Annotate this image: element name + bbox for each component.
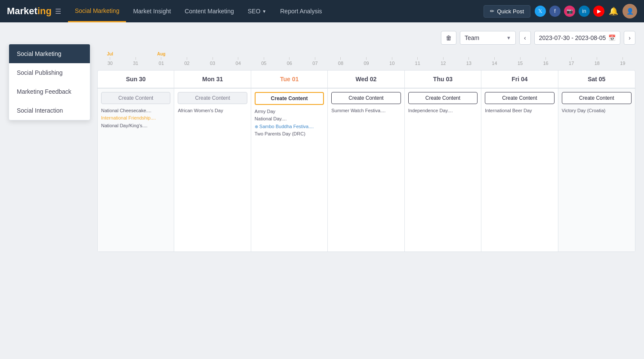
event-item: Independence Day.... (408, 107, 478, 114)
cal-cell-sat05: Create ContentVictory Day (Croatia) (558, 88, 635, 252)
create-content-btn-sat05[interactable]: Create Content (562, 92, 632, 104)
create-content-btn-thu03[interactable]: Create Content (408, 92, 478, 104)
logo[interactable]: Marketing (7, 6, 52, 17)
create-content-btn-wed02[interactable]: Create Content (331, 92, 401, 104)
main-content: Social Marketing Social Publishing Marke… (0, 22, 644, 261)
cal-header-mon31: Mon 31 (174, 71, 251, 88)
timeline-date-31: 31 (123, 57, 149, 66)
timeline-date-05: 05 (251, 57, 277, 66)
timeline-date-10: 10 (379, 57, 405, 66)
event-item: Victory Day (Croatia) (562, 107, 632, 114)
event-item: Two Parents Day (DRC) (255, 131, 324, 137)
calendar-body-row: Create ContentNational Cheesecake....Int… (98, 88, 635, 252)
event-item: African Women's Day (178, 107, 247, 114)
quick-post-button[interactable]: ✏ Quick Post (484, 5, 530, 18)
timeline-row: 3031010203040506070809101112131415161718… (97, 52, 635, 68)
logo-accent: ing (37, 6, 52, 16)
create-content-btn-fri04[interactable]: Create Content (485, 92, 554, 104)
calendar-toolbar: 🗑 Team ▼ ‹ 2023-07-30 - 2023-08-05 📅 › (97, 31, 635, 45)
nav-seo[interactable]: SEO ▼ (241, 0, 273, 22)
cal-header-sat05: Sat 05 (558, 71, 635, 88)
create-content-btn-tue01[interactable]: Create Content (255, 92, 324, 105)
hamburger-icon[interactable]: ☰ (55, 7, 61, 15)
timeline-date-01: 01 (148, 52, 174, 66)
cal-header-wed02: Wed 02 (328, 71, 404, 88)
event-item: International Friendship.... (101, 115, 170, 121)
team-dropdown-arrow: ▼ (506, 35, 511, 40)
next-period-button[interactable]: › (624, 31, 635, 45)
nav-right: ✏ Quick Post 𝕏 f 📷 in ▶ 🔔 👤 (484, 4, 637, 18)
timeline-date-06: 06 (277, 57, 302, 66)
nav-report-analysis[interactable]: Report Analysis (273, 0, 329, 22)
prev-period-button[interactable]: ‹ (519, 31, 531, 45)
twitter-icon[interactable]: 𝕏 (535, 6, 546, 17)
create-content-btn-sun30[interactable]: Create Content (101, 92, 170, 104)
cal-cell-tue01: Create ContentArmy DayNational Day....⊕S… (251, 88, 328, 252)
logo-text: Marketing (7, 6, 52, 17)
dropdown-item-social-interaction[interactable]: Social Interaction (9, 101, 90, 120)
event-item: Summer Watch Festiva.... (331, 107, 401, 114)
cal-cell-fri04: Create ContentInternational Beer Day (481, 88, 558, 252)
timeline-date-08: 08 (328, 57, 354, 66)
timeline-date-16: 16 (533, 57, 559, 66)
timeline-date-04: 04 (225, 57, 251, 66)
timeline-date-12: 12 (431, 57, 456, 66)
instagram-icon[interactable]: 📷 (564, 6, 575, 17)
cal-header-fri04: Fri 04 (481, 71, 558, 88)
social-icons-group: 𝕏 f 📷 in ▶ (535, 6, 604, 17)
timeline-date-19: 19 (610, 57, 635, 66)
cal-header-sun30: Sun 30 (98, 71, 174, 88)
timeline-date-03: 03 (200, 57, 225, 66)
timeline-date-14: 14 (482, 57, 508, 66)
dropdown-item-marketing-feedback[interactable]: Marketing Feedback (9, 82, 90, 101)
cal-cell-sun30: Create ContentNational Cheesecake....Int… (98, 88, 174, 252)
event-item: International Beer Day (485, 107, 554, 114)
cal-header-thu03: Thu 03 (405, 71, 481, 88)
calendar-icon: 📅 (608, 34, 616, 41)
facebook-icon[interactable]: f (549, 6, 561, 17)
create-content-btn-mon31[interactable]: Create Content (178, 92, 247, 104)
top-navigation: Marketing ☰ Social Marketing Market Insi… (0, 0, 644, 22)
event-item: ⊕Sambo Buddha Festiva.... (255, 123, 324, 129)
nav-market-insight[interactable]: Market Insight (126, 0, 178, 22)
calendar-grid: Sun 30Mon 31Tue 01Wed 02Thu 03Fri 04Sat … (97, 70, 635, 252)
cal-header-tue01: Tue 01 (251, 71, 328, 88)
timeline-date-07: 07 (302, 57, 328, 66)
cal-cell-thu03: Create ContentIndependence Day.... (405, 88, 481, 252)
timeline-date-02: 02 (174, 57, 200, 66)
timeline-date-18: 18 (584, 57, 610, 66)
calendar-header-row: Sun 30Mon 31Tue 01Wed 02Thu 03Fri 04Sat … (98, 71, 635, 88)
timeline-date-30: 30 (97, 52, 123, 66)
calendar-area: 🗑 Team ▼ ‹ 2023-07-30 - 2023-08-05 📅 › 3… (97, 31, 635, 252)
timeline-date-13: 13 (456, 57, 482, 66)
linkedin-icon[interactable]: in (579, 6, 590, 17)
timeline-date-15: 15 (507, 57, 533, 66)
trash-button[interactable]: 🗑 (441, 31, 456, 45)
timeline-date-09: 09 (354, 57, 379, 66)
notification-bell-icon[interactable]: 🔔 (609, 6, 618, 16)
cal-cell-mon31: Create ContentAfrican Women's Day (174, 88, 251, 252)
social-marketing-dropdown: Social Marketing Social Publishing Marke… (9, 44, 90, 120)
edit-icon: ✏ (490, 8, 494, 14)
event-icon: ⊕ (255, 124, 258, 129)
dropdown-item-social-marketing[interactable]: Social Marketing (9, 44, 90, 63)
nav-content-marketing[interactable]: Content Marketing (178, 0, 240, 22)
event-item: National Day.... (255, 116, 324, 122)
user-avatar[interactable]: 👤 (622, 4, 637, 18)
event-item: National Day/King's.... (101, 123, 170, 129)
cal-cell-wed02: Create ContentSummer Watch Festiva.... (328, 88, 404, 252)
event-item: Army Day (255, 108, 324, 114)
nav-links: Social Marketing Market Insight Content … (68, 0, 484, 22)
team-selector[interactable]: Team ▼ (460, 31, 516, 45)
timeline-date-11: 11 (405, 57, 431, 66)
seo-dropdown-arrow: ▼ (262, 9, 266, 14)
youtube-icon[interactable]: ▶ (593, 6, 604, 17)
date-range-display[interactable]: 2023-07-30 - 2023-08-05 📅 (534, 31, 621, 45)
event-item: National Cheesecake.... (101, 107, 170, 114)
timeline-date-17: 17 (558, 57, 584, 66)
nav-social-marketing[interactable]: Social Marketing (68, 0, 126, 22)
dropdown-item-social-publishing[interactable]: Social Publishing (9, 63, 90, 82)
